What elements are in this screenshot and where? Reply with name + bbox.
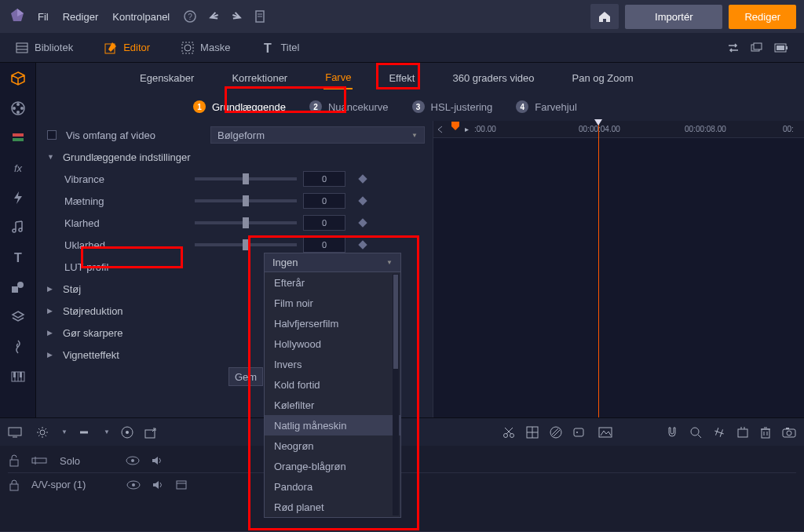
rail-treble-icon[interactable] [10, 339, 26, 355]
mode-title[interactable]: T Titel [261, 42, 299, 54]
playhead[interactable] [598, 121, 599, 417]
timeline-ruler[interactable]: ▸ :00.00 00:00:04.00 00:00:08.00 00: [433, 121, 804, 138]
rail-text-icon[interactable]: T [10, 250, 26, 265]
marker-icon[interactable] [451, 121, 460, 130]
tab-properties[interactable]: Egenskaber [138, 67, 196, 89]
row-basic-header[interactable]: ▼ Grundlæggende indstillinger [47, 146, 425, 168]
tab-corrections[interactable]: Korrektioner [230, 67, 289, 89]
swap-icon[interactable] [727, 42, 740, 53]
gear-icon[interactable] [36, 426, 50, 439]
clip-icon[interactable] [175, 479, 188, 491]
lut-option[interactable]: Neogrøn [265, 435, 400, 456]
mountain-icon[interactable] [598, 427, 612, 438]
document-icon[interactable] [254, 10, 265, 23]
redo-icon[interactable] [231, 11, 243, 22]
rail-piano-icon[interactable] [10, 369, 26, 384]
disc-icon[interactable] [121, 426, 133, 439]
label-icon[interactable] [573, 427, 587, 438]
haze-slider[interactable] [195, 243, 297, 246]
keyframe-icon[interactable] [358, 218, 367, 227]
step-hsl[interactable]: 3HSL-justering [412, 100, 493, 113]
lut-option[interactable]: Orange-blågrøn [265, 456, 400, 476]
rail-music-icon[interactable] [10, 220, 26, 235]
lut-selected[interactable]: Ingen ▼ [265, 253, 400, 272]
tab-360video[interactable]: 360 graders video [451, 67, 535, 89]
chevron-down-icon[interactable]: ▼ [104, 428, 110, 435]
step-colorwheel[interactable]: 4Farvehjul [516, 100, 576, 113]
vibrance-slider[interactable] [195, 177, 297, 180]
help-icon[interactable]: ? [184, 10, 196, 23]
edit-button[interactable]: Rediger [729, 5, 796, 29]
rail-bolt-icon[interactable] [10, 190, 26, 206]
speaker-icon[interactable] [152, 479, 164, 490]
home-button[interactable] [590, 4, 619, 29]
eye-icon[interactable] [126, 456, 140, 465]
lut-option[interactable]: Pandora [265, 476, 400, 497]
rail-package-icon[interactable] [10, 71, 26, 86]
speaker-icon[interactable] [151, 455, 163, 466]
plugin-icon[interactable] [736, 426, 749, 439]
lut-option[interactable]: Halvfjerserfilm [265, 313, 400, 333]
clarity-value[interactable]: 0 [303, 215, 345, 231]
keyframe-icon[interactable] [358, 174, 367, 183]
lut-option[interactable]: Natlig måneskin [265, 415, 400, 435]
mode-library[interactable]: Bibliotek [16, 42, 73, 54]
mode-editor[interactable]: Editor [104, 42, 150, 54]
menu-controlpanel[interactable]: Kontrolpanel [112, 11, 170, 23]
timeline-icon[interactable] [31, 455, 49, 466]
dash-icon[interactable] [79, 427, 93, 438]
rail-fx-icon[interactable]: fx [10, 160, 26, 176]
rail-film-icon[interactable] [10, 100, 26, 116]
saturation-value[interactable]: 0 [303, 193, 345, 209]
eye-icon[interactable] [126, 480, 141, 490]
step-basic[interactable]: 1Grundlæggende [193, 100, 286, 113]
stripes-icon[interactable] [550, 426, 562, 439]
step-tonecurve[interactable]: 2Nuancekurve [309, 100, 389, 113]
menu-file[interactable]: Fil [38, 11, 49, 23]
magnet-icon[interactable] [666, 426, 678, 439]
unlock-icon[interactable] [8, 454, 20, 467]
lut-option[interactable]: Efterår [265, 272, 400, 293]
rail-shapes-icon[interactable] [10, 279, 26, 295]
vibrance-value[interactable]: 0 [303, 171, 345, 187]
timeline-left-arrow-icon[interactable] [437, 126, 444, 133]
mode-mask[interactable]: Maske [181, 42, 230, 54]
grid-icon[interactable] [526, 426, 539, 439]
keyframe-icon[interactable] [358, 196, 367, 205]
haze-value[interactable]: 0 [303, 237, 345, 253]
lock-icon[interactable] [8, 479, 20, 491]
monitor-icon[interactable] [8, 427, 25, 438]
lut-option[interactable]: Rød planet [265, 497, 400, 517]
undo-icon[interactable] [207, 11, 220, 22]
lut-scrollbar[interactable] [393, 274, 399, 516]
tab-effect[interactable]: Effekt [387, 67, 416, 89]
clarity-slider[interactable] [195, 221, 297, 224]
chevron-down-icon[interactable]: ▼ [61, 428, 68, 435]
export-icon[interactable] [144, 426, 157, 439]
battery-icon[interactable] [774, 42, 788, 53]
save-button[interactable]: Gem [228, 367, 263, 386]
lut-option[interactable]: Film noir [265, 293, 400, 313]
show-scope-checkbox[interactable] [47, 130, 57, 140]
strike-icon[interactable] [713, 426, 725, 439]
keyframe-icon[interactable] [358, 240, 367, 249]
saturation-slider[interactable] [195, 199, 297, 202]
rail-layers-icon[interactable] [10, 309, 26, 325]
tab-color[interactable]: Farve [323, 67, 353, 89]
lut-option[interactable]: Invers [265, 354, 400, 374]
cut-icon[interactable] [502, 426, 515, 439]
tab-panzoom[interactable]: Pan og Zoom [571, 67, 635, 89]
rail-stack-icon[interactable] [10, 130, 26, 146]
row-saturation: Mætning 0 [47, 190, 425, 212]
waveform-dropdown[interactable]: Bølgeform ▼ [210, 126, 425, 144]
trash-icon[interactable] [760, 426, 771, 439]
lut-option[interactable]: Kold fortid [265, 374, 400, 395]
zoom-icon[interactable] [689, 426, 702, 439]
lut-option[interactable]: Kølefilter [265, 395, 400, 415]
import-button[interactable]: Importér [625, 5, 722, 29]
camera-icon[interactable] [782, 427, 796, 438]
menu-edit[interactable]: Rediger [63, 11, 99, 23]
stack-icon[interactable] [751, 42, 763, 53]
playhead-handle-icon[interactable] [594, 119, 602, 126]
lut-option[interactable]: Hollywood [265, 333, 400, 354]
